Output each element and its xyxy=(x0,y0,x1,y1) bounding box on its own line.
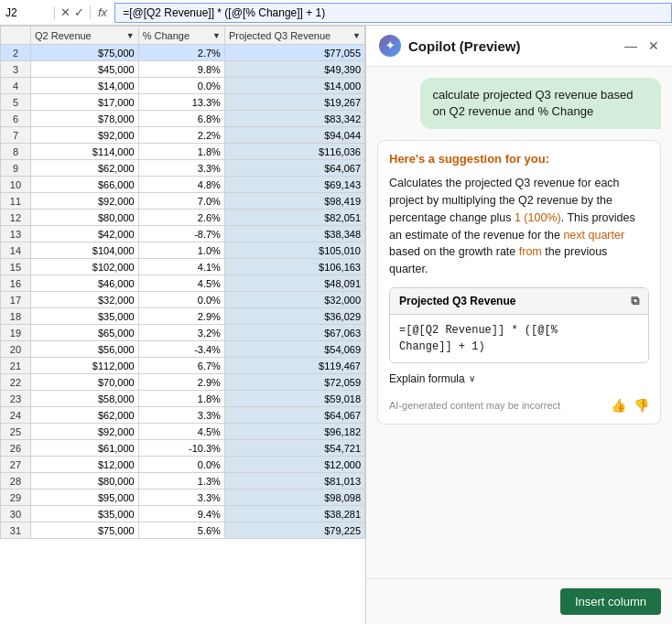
projected-revenue-cell[interactable]: $81,013 xyxy=(224,473,364,490)
pct-change-cell[interactable]: 3.3% xyxy=(138,160,224,177)
filter-arrow-f[interactable]: ▼ xyxy=(212,31,221,40)
pct-change-cell[interactable]: -3.4% xyxy=(138,341,224,358)
q2-revenue-cell[interactable]: $75,000 xyxy=(30,45,138,61)
projected-revenue-cell[interactable]: $38,281 xyxy=(224,506,364,522)
pct-change-cell[interactable]: 2.9% xyxy=(138,374,224,391)
pct-change-cell[interactable]: 2.6% xyxy=(138,210,224,226)
table-row[interactable]: 18 $35,000 2.9% $36,029 xyxy=(1,308,365,325)
projected-revenue-cell[interactable]: $12,000 xyxy=(224,457,364,473)
pct-change-cell[interactable]: 6.7% xyxy=(138,358,224,374)
pct-change-cell[interactable]: 0.0% xyxy=(138,292,224,308)
projected-revenue-cell[interactable]: $96,182 xyxy=(224,424,364,440)
pct-change-cell[interactable]: 0.0% xyxy=(138,78,224,94)
q2-revenue-cell[interactable]: $114,000 xyxy=(30,144,138,160)
projected-revenue-cell[interactable]: $94,044 xyxy=(224,127,364,144)
copy-icon[interactable]: ⧉ xyxy=(631,294,639,308)
close-button[interactable]: ✕ xyxy=(648,38,659,53)
q2-revenue-cell[interactable]: $42,000 xyxy=(30,226,138,242)
table-row[interactable]: 22 $70,000 2.9% $72,059 xyxy=(1,374,365,391)
q2-revenue-cell[interactable]: $92,000 xyxy=(30,424,138,440)
table-row[interactable]: 8 $114,000 1.8% $116,036 xyxy=(1,144,365,160)
projected-revenue-cell[interactable]: $116,036 xyxy=(224,144,364,160)
pct-change-cell[interactable]: 2.9% xyxy=(138,308,224,325)
projected-revenue-cell[interactable]: $98,098 xyxy=(224,490,364,506)
col-header-g[interactable]: Projected Q3 Revenue ▼ xyxy=(224,27,364,45)
projected-revenue-cell[interactable]: $119,467 xyxy=(224,358,364,374)
q2-revenue-cell[interactable]: $62,000 xyxy=(30,407,138,424)
pct-change-cell[interactable]: 1.8% xyxy=(138,144,224,160)
q2-revenue-cell[interactable]: $32,000 xyxy=(30,292,138,308)
table-row[interactable]: 31 $75,000 5.6% $79,225 xyxy=(1,522,365,539)
projected-revenue-cell[interactable]: $64,067 xyxy=(224,407,364,424)
projected-revenue-cell[interactable]: $38,348 xyxy=(224,226,364,242)
pct-change-cell[interactable]: 1.0% xyxy=(138,242,224,259)
table-row[interactable]: 11 $92,000 7.0% $98,419 xyxy=(1,193,365,210)
q2-revenue-cell[interactable]: $61,000 xyxy=(30,440,138,457)
table-row[interactable]: 30 $35,000 9.4% $38,281 xyxy=(1,506,365,522)
pct-change-cell[interactable]: 0.0% xyxy=(138,457,224,473)
projected-revenue-cell[interactable]: $79,225 xyxy=(224,522,364,539)
table-row[interactable]: 10 $66,000 4.8% $69,143 xyxy=(1,177,365,193)
q2-revenue-cell[interactable]: $58,000 xyxy=(30,391,138,407)
q2-revenue-cell[interactable]: $46,000 xyxy=(30,275,138,292)
projected-revenue-cell[interactable]: $72,059 xyxy=(224,374,364,391)
pct-change-cell[interactable]: 9.8% xyxy=(138,61,224,78)
q2-revenue-cell[interactable]: $92,000 xyxy=(30,127,138,144)
pct-change-cell[interactable]: 6.8% xyxy=(138,111,224,127)
table-row[interactable]: 23 $58,000 1.8% $59,018 xyxy=(1,391,365,407)
table-row[interactable]: 24 $62,000 3.3% $64,067 xyxy=(1,407,365,424)
q2-revenue-cell[interactable]: $35,000 xyxy=(30,308,138,325)
table-row[interactable]: 25 $92,000 4.5% $96,182 xyxy=(1,424,365,440)
table-row[interactable]: 26 $61,000 -10.3% $54,721 xyxy=(1,440,365,457)
q2-revenue-cell[interactable]: $17,000 xyxy=(30,94,138,111)
pct-change-cell[interactable]: 3.3% xyxy=(138,407,224,424)
q2-revenue-cell[interactable]: $78,000 xyxy=(30,111,138,127)
projected-revenue-cell[interactable]: $54,069 xyxy=(224,341,364,358)
pct-change-cell[interactable]: 3.2% xyxy=(138,325,224,341)
pct-change-cell[interactable]: 5.6% xyxy=(138,522,224,539)
table-row[interactable]: 6 $78,000 6.8% $83,342 xyxy=(1,111,365,127)
table-row[interactable]: 29 $95,000 3.3% $98,098 xyxy=(1,490,365,506)
q2-revenue-cell[interactable]: $12,000 xyxy=(30,457,138,473)
q2-revenue-cell[interactable]: $35,000 xyxy=(30,506,138,522)
table-row[interactable]: 19 $65,000 3.2% $67,063 xyxy=(1,325,365,341)
table-row[interactable]: 9 $62,000 3.3% $64,067 xyxy=(1,160,365,177)
table-row[interactable]: 14 $104,000 1.0% $105,010 xyxy=(1,242,365,259)
q2-revenue-cell[interactable]: $62,000 xyxy=(30,160,138,177)
table-row[interactable]: 12 $80,000 2.6% $82,051 xyxy=(1,210,365,226)
q2-revenue-cell[interactable]: $75,000 xyxy=(30,522,138,539)
q2-revenue-cell[interactable]: $80,000 xyxy=(30,473,138,490)
projected-revenue-cell[interactable]: $32,000 xyxy=(224,292,364,308)
projected-revenue-cell[interactable]: $105,010 xyxy=(224,242,364,259)
formula-input[interactable]: =[@[Q2 Revenue]] * ([@[% Change]] + 1) xyxy=(114,3,672,23)
col-header-e[interactable]: Q2 Revenue ▼ xyxy=(30,27,138,45)
table-row[interactable]: 2 $75,000 2.7% $77,055 xyxy=(1,45,365,61)
cancel-icon[interactable]: ✕ xyxy=(60,5,70,19)
pct-change-cell[interactable]: 4.1% xyxy=(138,259,224,275)
q2-revenue-cell[interactable]: $14,000 xyxy=(30,78,138,94)
table-row[interactable]: 28 $80,000 1.3% $81,013 xyxy=(1,473,365,490)
pct-change-cell[interactable]: 2.2% xyxy=(138,127,224,144)
projected-revenue-cell[interactable]: $67,063 xyxy=(224,325,364,341)
projected-revenue-cell[interactable]: $77,055 xyxy=(224,45,364,61)
q2-revenue-cell[interactable]: $80,000 xyxy=(30,210,138,226)
pct-change-cell[interactable]: 1.3% xyxy=(138,473,224,490)
pct-change-cell[interactable]: 7.0% xyxy=(138,193,224,210)
cell-reference[interactable]: J2 xyxy=(0,6,55,19)
pct-change-cell[interactable]: 4.8% xyxy=(138,177,224,193)
pct-change-cell[interactable]: 3.3% xyxy=(138,490,224,506)
insert-column-button[interactable]: Insert column xyxy=(560,588,661,615)
q2-revenue-cell[interactable]: $104,000 xyxy=(30,242,138,259)
q2-revenue-cell[interactable]: $65,000 xyxy=(30,325,138,341)
pct-change-cell[interactable]: 1.8% xyxy=(138,391,224,407)
projected-revenue-cell[interactable]: $59,018 xyxy=(224,391,364,407)
table-row[interactable]: 17 $32,000 0.0% $32,000 xyxy=(1,292,365,308)
thumbs-up-icon[interactable]: 👍 xyxy=(611,398,626,413)
q2-revenue-cell[interactable]: $66,000 xyxy=(30,177,138,193)
filter-arrow-e[interactable]: ▼ xyxy=(126,31,135,40)
thumbs-down-icon[interactable]: 👎 xyxy=(634,398,649,413)
table-row[interactable]: 3 $45,000 9.8% $49,390 xyxy=(1,61,365,78)
projected-revenue-cell[interactable]: $106,163 xyxy=(224,259,364,275)
projected-revenue-cell[interactable]: $19,267 xyxy=(224,94,364,111)
projected-revenue-cell[interactable]: $82,051 xyxy=(224,210,364,226)
